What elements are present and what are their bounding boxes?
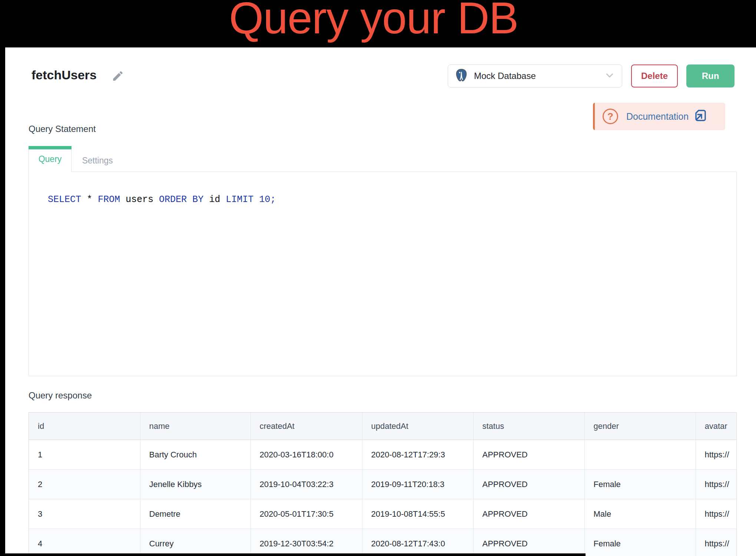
postgresql-icon — [454, 68, 469, 84]
sql-token — [92, 194, 98, 205]
table-cell: 2019-09-11T20:18:3 — [362, 470, 473, 499]
sql-token — [253, 194, 259, 205]
query-statement-label: Query Statement — [29, 124, 96, 134]
delete-button[interactable]: Delete — [631, 64, 678, 87]
table-cell: Female — [584, 470, 696, 499]
tab-query[interactable]: Query — [29, 146, 72, 172]
table-header: idnamecreatedAtupdatedAtstatusgenderavat… — [29, 413, 736, 440]
table-cell: 2019-12-30T03:54:2 — [251, 529, 362, 556]
table-cell: Demetre — [140, 499, 251, 529]
pencil-icon — [112, 78, 124, 83]
table-row: 4Currey2019-12-30T03:54:22020-08-12T17:4… — [29, 529, 736, 556]
table-cell: Currey — [140, 529, 251, 556]
table-cell: https:// — [696, 470, 736, 499]
query-response-label: Query response — [29, 390, 92, 401]
resource-selector[interactable]: Mock Database — [448, 64, 622, 87]
left-frame-edge — [0, 0, 5, 556]
table-cell: 2020-05-01T17:30:5 — [251, 499, 362, 529]
table-row: 2Jenelle Kibbys2019-10-04T03:22:32019-09… — [29, 470, 736, 499]
table-body: 1Barty Crouch2020-03-16T18:00:02020-08-1… — [29, 440, 736, 556]
tab-settings[interactable]: Settings — [72, 149, 123, 172]
sql-token: LIMIT — [226, 194, 253, 205]
rename-query-button[interactable] — [111, 70, 125, 83]
table-cell: https:// — [696, 440, 736, 470]
table-cell: 3 — [29, 499, 140, 529]
column-header: gender — [584, 413, 696, 440]
table-cell: 1 — [29, 440, 140, 470]
table-cell: 2020-03-16T18:00:0 — [251, 440, 362, 470]
table-header-row: idnamecreatedAtupdatedAtstatusgenderavat… — [29, 413, 736, 440]
table-cell: 2020-08-12T17:29:3 — [362, 440, 473, 470]
table-cell: https:// — [696, 529, 736, 556]
table-cell: Barty Crouch — [140, 440, 251, 470]
sql-token: id — [203, 194, 226, 205]
table-cell: 2 — [29, 470, 140, 499]
sql-token: FROM — [98, 194, 120, 205]
sql-token: SELECT — [48, 194, 81, 205]
table-cell: Jenelle Kibbys — [140, 470, 251, 499]
column-header: avatar — [696, 413, 736, 440]
documentation-link[interactable]: ? Documentation — [593, 103, 725, 130]
query-name-heading: fetchUsers — [32, 68, 97, 82]
run-button[interactable]: Run — [686, 64, 735, 87]
column-header: createdAt — [251, 413, 362, 440]
table-cell: 2019-10-04T03:22:3 — [251, 470, 362, 499]
column-header: name — [140, 413, 251, 440]
table-cell: 4 — [29, 529, 140, 556]
resource-selector-value: Mock Database — [474, 71, 604, 81]
page-title: Query your DB — [229, 0, 518, 40]
table-cell — [584, 440, 696, 470]
table-cell: Male — [584, 499, 696, 529]
sql-token: ORDER BY — [159, 194, 203, 205]
table-cell: 2020-08-12T17:43:0 — [362, 529, 473, 556]
question-circle-icon: ? — [603, 109, 618, 124]
table-cell: APPROVED — [473, 440, 584, 470]
column-header: status — [473, 413, 584, 440]
sql-token: 10; — [259, 194, 276, 205]
column-header: id — [29, 413, 140, 440]
query-response-table: idnamecreatedAtupdatedAtstatusgenderavat… — [29, 412, 737, 556]
table-cell: 2019-10-08T14:55:5 — [362, 499, 473, 529]
table-cell: Female — [584, 529, 696, 556]
sql-code: SELECT * FROM users ORDER BY id LIMIT 10… — [48, 194, 276, 205]
query-editor-page: Query your DB fetchUsers Mock Database D… — [0, 0, 756, 556]
bottom-frame-edge — [0, 553, 586, 556]
sql-editor[interactable]: SELECT * FROM users ORDER BY id LIMIT 10… — [29, 172, 737, 376]
sql-token: * — [87, 194, 92, 205]
chevron-down-icon — [604, 70, 615, 82]
doc-accent-bar — [593, 103, 595, 130]
table-cell: APPROVED — [473, 499, 584, 529]
table-cell: APPROVED — [473, 529, 584, 556]
table-cell: https:// — [696, 499, 736, 529]
sql-token: users — [120, 194, 159, 205]
open-docs-icon — [693, 108, 708, 125]
table-cell: APPROVED — [473, 470, 584, 499]
sql-token — [81, 194, 87, 205]
column-header: updatedAt — [362, 413, 473, 440]
table-row: 1Barty Crouch2020-03-16T18:00:02020-08-1… — [29, 440, 736, 470]
table-row: 3Demetre2020-05-01T17:30:52019-10-08T14:… — [29, 499, 736, 529]
documentation-label: Documentation — [626, 111, 689, 122]
